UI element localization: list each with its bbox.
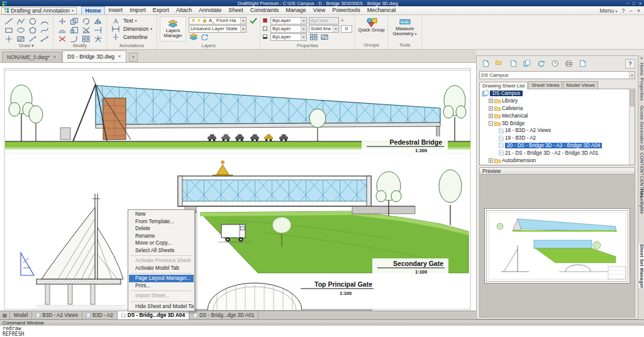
sheet-preview-thumbnail[interactable] xyxy=(484,208,630,284)
tree-item-sheet-19[interactable]: 19 - B3D - A2 xyxy=(480,135,635,142)
ribbon-group-label[interactable]: Modify xyxy=(53,43,106,48)
sheet-list-icon[interactable] xyxy=(521,58,533,69)
drawing-area[interactable]: Pedestral Bridge 1:200 xyxy=(0,63,476,311)
menu-item-export[interactable]: Export xyxy=(149,6,172,14)
layer-refresh-icon[interactable] xyxy=(199,33,208,41)
tab-sheet-views[interactable]: Sheet Views xyxy=(528,81,562,89)
tree-item-library[interactable]: + Library xyxy=(480,97,635,105)
menu-item-insert[interactable]: Insert xyxy=(105,6,126,14)
polygon-tool-icon[interactable] xyxy=(26,25,38,34)
array-tool-icon[interactable] xyxy=(80,34,92,43)
context-menu-item-hide-sheet-and-model-tabs[interactable]: Hide Sheet and Model Tabs xyxy=(129,303,194,311)
context-menu-item-new[interactable]: New xyxy=(129,211,194,218)
workspace-selector[interactable]: Drafting and Annotation ▾ xyxy=(1,7,77,14)
ribbon-group-label[interactable]: Groups xyxy=(355,43,387,48)
copy-tool-icon[interactable] xyxy=(68,16,80,25)
menu-item-home[interactable]: Home xyxy=(81,6,105,14)
doc-tab-noname[interactable]: NONAME_0.dwg* ✕ xyxy=(2,52,62,62)
menu-item-constraints[interactable]: Constraints xyxy=(247,6,282,14)
circle-tool-icon[interactable] xyxy=(26,16,38,25)
tree-item-sheet-18[interactable]: 18 - B3D - A2 Views xyxy=(480,127,635,135)
close-icon[interactable]: ✕ xyxy=(53,55,57,60)
tab-drawing-sheet-list[interactable]: Drawing Sheet List xyxy=(479,82,528,89)
tree-scrollbar[interactable] xyxy=(629,89,635,165)
context-menu-item-print[interactable]: Print... xyxy=(129,282,194,290)
move-tool-icon[interactable] xyxy=(56,16,68,25)
sheet-tab-b3d-a2-views[interactable]: B3D - A2 Views xyxy=(32,311,82,319)
menu-item-import[interactable]: Import xyxy=(126,6,150,14)
tree-expander-icon[interactable]: + xyxy=(489,99,493,103)
context-menu-item-select-all-sheets[interactable]: Select All Sheets xyxy=(129,247,194,255)
open-sheet-set-icon[interactable] xyxy=(493,58,506,69)
command-window[interactable]: redraw REFRESH xyxy=(0,326,644,337)
ribbon-group-label[interactable]: Layers xyxy=(157,43,260,48)
help-button[interactable]: ? xyxy=(625,59,635,69)
layer-preview-icon[interactable] xyxy=(189,33,197,41)
new-document-tab-button[interactable]: + xyxy=(129,53,138,62)
properties-grid-icon[interactable] xyxy=(309,33,318,41)
transparency-field[interactable]: 0 xyxy=(341,25,352,33)
menu-item-powertools[interactable]: Powertools xyxy=(329,6,364,14)
doc-tab-bridge3d[interactable]: DS - Bridge 3D.dwg ✕ xyxy=(62,50,126,62)
mirror-tool-icon[interactable] xyxy=(92,16,104,25)
tree-item-sheet-21[interactable]: 21 - DS - Bridge 3D - A2 - Bridge 3D A01 xyxy=(480,149,635,157)
command-window-titlebar[interactable]: Command Window xyxy=(0,319,644,326)
sheet-set-selector[interactable]: DS Campus ▾ xyxy=(479,71,635,79)
menu-item-view[interactable]: View xyxy=(309,6,328,14)
tree-expander-icon[interactable]: − xyxy=(489,121,493,126)
tree-expander-icon[interactable]: + xyxy=(489,158,493,163)
quick-group-icon[interactable] xyxy=(365,16,378,28)
construction-line-tool-icon[interactable] xyxy=(38,34,50,43)
context-menu-item-from-template[interactable]: From Template... xyxy=(129,218,194,226)
window-minimize-button[interactable]: − xyxy=(626,1,629,6)
line-tool-icon[interactable] xyxy=(3,16,14,25)
tree-item-autodimension[interactable]: + Autodimension xyxy=(480,157,635,164)
scale-tool-icon[interactable] xyxy=(68,25,80,34)
ribbon-group-label[interactable]: Properties xyxy=(260,43,355,48)
layers-manager-button[interactable]: Layers Manager xyxy=(160,16,186,41)
properties-more-icon[interactable]: ≡ xyxy=(341,18,344,23)
rectangle-tool-icon[interactable] xyxy=(3,25,14,34)
side-tab-sheet-set-manager[interactable]: Sheet Set Manager xyxy=(638,244,644,288)
tree-expander-icon[interactable]: + xyxy=(489,106,493,111)
dimension-tool[interactable]: Dimension ▾ xyxy=(109,25,154,33)
sheet-tab-bridge-3d-a01[interactable]: DS - Bridg...dge 3D A01 xyxy=(189,311,258,319)
layer-state-combo[interactable]: Unsaved Layer State ▾ xyxy=(189,25,247,33)
quick-group-label[interactable]: Quick Group xyxy=(357,28,386,33)
menu-item-annotate[interactable]: Annotate xyxy=(196,6,225,14)
tree-expander-icon[interactable]: + xyxy=(489,114,493,118)
tree-item-3d-bridge[interactable]: − 3D Bridge xyxy=(480,119,635,127)
spline-tool-icon[interactable] xyxy=(38,25,50,34)
refresh-icon[interactable] xyxy=(535,58,547,69)
close-icon[interactable]: ✕ xyxy=(118,54,121,59)
print-sheet-set-icon[interactable] xyxy=(562,58,575,69)
measure-label-2[interactable]: Geometry ▾ xyxy=(392,31,416,36)
lineweight-combo[interactable]: ByLayer ▾ xyxy=(270,33,307,41)
offset-tool-icon[interactable] xyxy=(56,25,68,34)
tree-item-mechanical[interactable]: + Mechanical xyxy=(480,112,635,119)
scrollbar-thumb[interactable] xyxy=(630,90,634,106)
ray-tool-icon[interactable] xyxy=(26,34,38,43)
side-tab-properties[interactable]: Properties xyxy=(638,78,644,101)
extend-tool-icon[interactable] xyxy=(92,25,104,34)
tree-item-root[interactable]: DS Campus xyxy=(480,90,635,97)
menu-item-sheet[interactable]: Sheet xyxy=(225,6,247,14)
erase-tool-icon[interactable] xyxy=(56,34,68,43)
tab-model-views[interactable]: Model Views xyxy=(563,81,597,89)
model-space-icon[interactable]: ▦ xyxy=(0,311,10,319)
context-menu-item-rename[interactable]: Rename xyxy=(129,233,194,240)
window-maximize-button[interactable]: □ xyxy=(633,1,635,6)
recent-icon[interactable] xyxy=(548,58,561,69)
sheet-tab-bridge-3d-a04[interactable]: DS - Bridg...dge 3D A04 xyxy=(118,311,189,319)
layer-state-check-icon[interactable] xyxy=(248,16,257,25)
preview-header[interactable]: Preview xyxy=(479,167,635,175)
side-tab-gcode-generator[interactable]: Gcode Generator xyxy=(638,106,644,144)
sheet-tab-b3d-a2[interactable]: B3D - A2 xyxy=(82,311,118,319)
context-menu-item-activate-model-tab[interactable]: Activate Model Tab xyxy=(129,265,194,272)
arc-tool-icon[interactable] xyxy=(38,16,50,25)
menu-item-manage[interactable]: Manage xyxy=(282,6,310,14)
drawing-canvas[interactable]: Pedestral Bridge 1:200 xyxy=(0,63,476,311)
point-tool-icon[interactable] xyxy=(3,34,14,43)
side-tab-homebyme[interactable]: HomeByMe xyxy=(638,189,644,214)
menu-button[interactable]: Menu ▾ xyxy=(599,8,617,14)
